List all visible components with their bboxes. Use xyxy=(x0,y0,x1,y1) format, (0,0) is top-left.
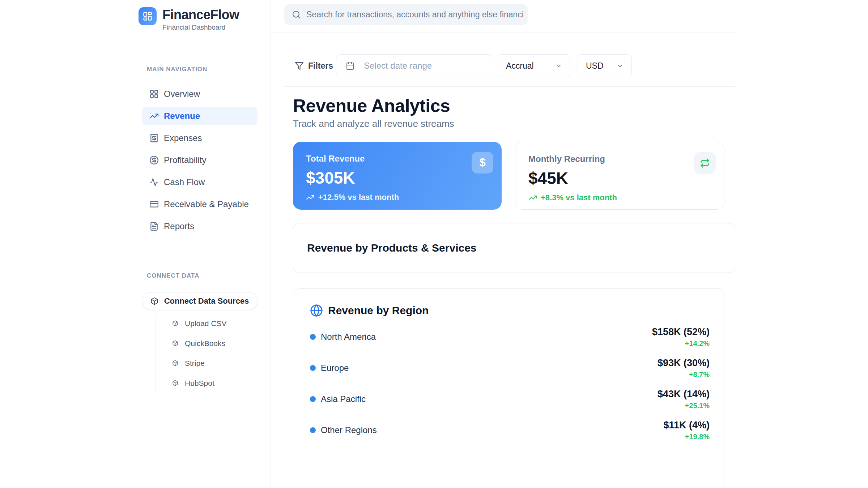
nav-section-header: MAIN NAVIGATION xyxy=(147,66,207,73)
cube-icon xyxy=(172,380,178,386)
connect-item-label: Stripe xyxy=(185,359,205,368)
region-name: Other Regions xyxy=(321,425,377,435)
region-row-other-regions: Other Regions $11K (4%) +19.8% xyxy=(310,415,710,446)
list-guide-line xyxy=(156,318,156,391)
trending-up-icon xyxy=(149,111,159,121)
connect-item-stripe[interactable]: Stripe xyxy=(142,353,258,373)
region-value: $93K (30%) xyxy=(658,358,710,368)
region-section-title: Revenue by Region xyxy=(328,304,429,317)
filters-button[interactable]: Filters xyxy=(295,54,333,77)
cube-icon xyxy=(172,320,178,326)
calendar-icon xyxy=(346,61,354,70)
globe-icon xyxy=(310,304,323,317)
connect-data-sources-button[interactable]: Connect Data Sources xyxy=(142,292,258,310)
sidebar-item-label: Expenses xyxy=(164,133,202,143)
header-divider xyxy=(271,33,735,33)
sidebar-item-overview[interactable]: Overview xyxy=(142,85,258,103)
region-dot-icon xyxy=(310,396,316,402)
circle-dollar-icon xyxy=(149,155,159,165)
stat-trend-text: +12.5% vs last month xyxy=(318,193,399,202)
funnel-icon xyxy=(295,61,304,70)
region-dot-icon xyxy=(310,365,316,371)
region-name: Europe xyxy=(321,363,349,373)
date-range-placeholder: Select date range xyxy=(364,61,432,71)
brand: FinanceFlow Financial Dashboard xyxy=(139,7,239,31)
sidebar-item-label: Overview xyxy=(164,89,200,99)
stat-label: Monthly Recurring xyxy=(528,154,711,164)
stat-trend-text: +8.3% vs last month xyxy=(541,193,617,202)
date-range-picker[interactable]: Select date range xyxy=(336,54,491,77)
credit-card-icon xyxy=(149,200,159,209)
connect-item-quickbooks[interactable]: QuickBooks xyxy=(142,333,258,353)
currency-select[interactable]: USD xyxy=(578,54,632,77)
app-logo-icon xyxy=(139,7,157,25)
region-card-header: Revenue by Region xyxy=(310,304,429,317)
stat-trend: +8.3% vs last month xyxy=(528,193,711,202)
trending-up-icon xyxy=(528,193,537,202)
connect-item-label: Upload CSV xyxy=(185,319,227,328)
revenue-by-region-card: Revenue by Region North America $158K (5… xyxy=(293,288,724,488)
region-row-europe: Europe $93K (30%) +8.7% xyxy=(310,352,710,384)
trending-up-icon xyxy=(306,193,315,202)
region-label-group: North America xyxy=(310,332,376,342)
sidebar-item-label: Revenue xyxy=(164,111,200,121)
sidebar-item-revenue[interactable]: Revenue xyxy=(142,107,258,125)
connect-button-label: Connect Data Sources xyxy=(164,296,249,306)
region-change: +25.1% xyxy=(658,402,710,410)
filters-label: Filters xyxy=(308,61,333,71)
sidebar-item-reports[interactable]: Reports xyxy=(142,217,258,235)
sidebar-item-label: Reports xyxy=(164,221,194,231)
accounting-basis-select[interactable]: Accrual xyxy=(498,54,570,77)
layout-grid-icon xyxy=(149,89,159,99)
dollar-badge-icon: $ xyxy=(472,152,493,174)
main-navigation: Overview Revenue Expenses Profitability xyxy=(142,85,258,239)
region-stats: $158K (52%) +14.2% xyxy=(652,326,710,348)
sidebar-item-profitability[interactable]: Profitability xyxy=(142,151,258,169)
app-root: FinanceFlow Financial Dashboard MAIN NAV… xyxy=(0,0,868,488)
region-dot-icon xyxy=(310,334,316,340)
page-subtitle: Track and analyze all revenue streams xyxy=(293,118,454,129)
sidebar-item-label: Receivable & Payable xyxy=(164,199,249,209)
brand-name: FinanceFlow xyxy=(162,7,239,22)
connect-sources-list: Upload CSV QuickBooks Stripe HubSpot xyxy=(142,313,258,393)
revenue-by-products-card: Revenue by Products & Services xyxy=(293,223,735,273)
filters-divider xyxy=(284,86,735,87)
region-change: +14.2% xyxy=(652,339,710,348)
connect-section-header: CONNECT DATA xyxy=(147,272,199,279)
repeat-badge-icon xyxy=(694,152,716,174)
region-row-north-america: North America $158K (52%) +14.2% xyxy=(310,321,710,352)
region-label-group: Other Regions xyxy=(310,425,377,435)
global-search xyxy=(284,4,528,25)
products-section-title: Revenue by Products & Services xyxy=(307,242,477,254)
sidebar-item-expenses[interactable]: Expenses xyxy=(142,129,258,147)
search-icon xyxy=(292,10,301,19)
monthly-recurring-card: Monthly Recurring $45K +8.3% vs last mon… xyxy=(515,142,724,210)
cube-icon xyxy=(172,340,178,346)
chevron-down-icon xyxy=(555,63,562,69)
page-title: Revenue Analytics xyxy=(293,95,450,116)
region-name: North America xyxy=(321,332,376,342)
total-revenue-card: Total Revenue $305K +12.5% vs last month… xyxy=(293,142,502,210)
region-list: North America $158K (52%) +14.2% Europe … xyxy=(310,321,710,446)
brand-tagline: Financial Dashboard xyxy=(162,23,239,31)
sidebar-item-cash-flow[interactable]: Cash Flow xyxy=(142,173,258,191)
region-value: $158K (52%) xyxy=(652,326,710,337)
accounting-basis-value: Accrual xyxy=(506,61,534,71)
sidebar-item-label: Cash Flow xyxy=(164,177,205,187)
connect-item-upload-csv[interactable]: Upload CSV xyxy=(142,313,258,333)
main-content: Filters Select date range Accrual USD Re… xyxy=(271,0,735,488)
region-label-group: Europe xyxy=(310,363,349,373)
file-text-icon xyxy=(149,222,159,231)
connect-item-hubspot[interactable]: HubSpot xyxy=(142,373,258,393)
receipt-icon xyxy=(149,133,159,143)
region-stats: $93K (30%) +8.7% xyxy=(658,358,710,379)
region-name: Asia Pacific xyxy=(321,394,366,404)
sidebar-item-receivable-payable[interactable]: Receivable & Payable xyxy=(142,195,258,213)
dollar-glyph: $ xyxy=(479,156,485,169)
cube-icon xyxy=(172,360,178,366)
region-change: +19.8% xyxy=(663,433,710,441)
region-row-asia-pacific: Asia Pacific $43K (14%) +25.1% xyxy=(310,384,710,415)
sidebar-logo-divider xyxy=(134,43,271,43)
sidebar-item-label: Profitability xyxy=(164,155,206,165)
search-input[interactable] xyxy=(306,4,523,25)
